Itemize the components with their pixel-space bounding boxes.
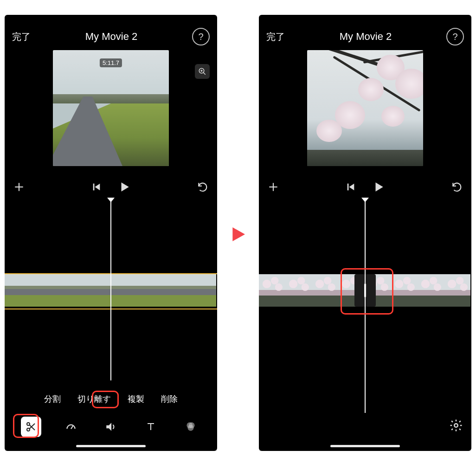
phone-left: 完了 My Movie 2 ? 5:11.7 bbox=[5, 15, 217, 451]
svg-rect-6 bbox=[93, 184, 95, 191]
preview-area bbox=[259, 50, 471, 175]
add-media-button[interactable] bbox=[267, 181, 279, 195]
transition-arrow-icon bbox=[229, 223, 247, 246]
svg-point-10 bbox=[27, 428, 30, 431]
undo-icon bbox=[451, 181, 463, 193]
header: 完了 My Movie 2 ? bbox=[259, 15, 471, 50]
phone-right: 完了 My Movie 2 ? bbox=[259, 15, 471, 451]
project-title: My Movie 2 bbox=[85, 31, 137, 43]
svg-marker-8 bbox=[122, 182, 129, 192]
home-indicator bbox=[330, 445, 400, 447]
duplicate-action[interactable]: 複製 bbox=[125, 392, 147, 406]
delete-action[interactable]: 削除 bbox=[158, 392, 180, 406]
zoom-button[interactable] bbox=[195, 64, 210, 79]
help-button[interactable]: ? bbox=[446, 28, 464, 45]
project-title: My Movie 2 bbox=[340, 31, 392, 43]
svg-marker-14 bbox=[106, 423, 111, 431]
help-button[interactable]: ? bbox=[192, 28, 210, 45]
playhead[interactable] bbox=[365, 200, 366, 413]
filters-tool[interactable] bbox=[180, 417, 201, 437]
trim-tool[interactable] bbox=[21, 417, 41, 437]
play-button[interactable] bbox=[373, 181, 385, 195]
timeline[interactable] bbox=[259, 198, 471, 416]
preview-area: 5:11.7 bbox=[5, 50, 217, 175]
play-button[interactable] bbox=[118, 181, 130, 195]
skip-to-start-button[interactable] bbox=[346, 182, 356, 194]
project-settings-button[interactable] bbox=[449, 418, 463, 434]
speed-tool[interactable] bbox=[61, 417, 81, 437]
transport-row bbox=[5, 175, 217, 198]
magnifier-plus-icon bbox=[198, 67, 206, 76]
video-preview[interactable]: 5:11.7 bbox=[53, 50, 169, 166]
undo-button[interactable] bbox=[451, 181, 463, 195]
svg-line-1 bbox=[203, 72, 206, 75]
undo-icon bbox=[197, 181, 209, 193]
play-icon bbox=[118, 181, 130, 193]
scissors-icon bbox=[26, 421, 37, 432]
svg-marker-20 bbox=[232, 227, 245, 241]
play-icon bbox=[373, 181, 385, 193]
video-preview[interactable] bbox=[307, 50, 423, 166]
svg-line-13 bbox=[71, 426, 73, 429]
filters-icon bbox=[185, 421, 197, 433]
header: 完了 My Movie 2 ? bbox=[5, 15, 217, 50]
speedometer-icon bbox=[65, 421, 77, 433]
skip-back-icon bbox=[91, 182, 102, 192]
titles-tool[interactable] bbox=[141, 417, 161, 437]
volume-tool[interactable] bbox=[101, 417, 121, 437]
done-button[interactable]: 完了 bbox=[12, 31, 31, 43]
svg-rect-23 bbox=[347, 184, 349, 191]
svg-marker-24 bbox=[349, 184, 354, 191]
undo-button[interactable] bbox=[197, 181, 209, 195]
add-media-button[interactable] bbox=[13, 181, 25, 195]
timeline[interactable] bbox=[5, 198, 217, 383]
split-action[interactable]: 分割 bbox=[41, 392, 64, 406]
playhead[interactable] bbox=[110, 200, 111, 380]
plus-icon bbox=[13, 181, 25, 193]
gear-icon bbox=[449, 418, 463, 432]
playhead-time: 5:11.7 bbox=[100, 58, 122, 67]
clip-action-bar: 分割 切り離す 複製 削除 bbox=[5, 392, 217, 406]
svg-point-26 bbox=[454, 424, 458, 427]
detach-action[interactable]: 切り離す bbox=[75, 392, 114, 406]
done-button[interactable]: 完了 bbox=[266, 31, 285, 43]
text-icon bbox=[145, 421, 156, 432]
svg-marker-25 bbox=[376, 182, 383, 192]
transport-row bbox=[259, 175, 471, 198]
skip-back-icon bbox=[346, 182, 356, 192]
plus-icon bbox=[267, 181, 279, 193]
skip-to-start-button[interactable] bbox=[91, 182, 102, 194]
svg-point-19 bbox=[188, 425, 194, 431]
svg-marker-7 bbox=[95, 184, 100, 191]
volume-icon bbox=[105, 421, 117, 433]
tool-toolbar bbox=[5, 417, 217, 437]
home-indicator bbox=[76, 445, 146, 447]
svg-point-9 bbox=[27, 423, 30, 425]
